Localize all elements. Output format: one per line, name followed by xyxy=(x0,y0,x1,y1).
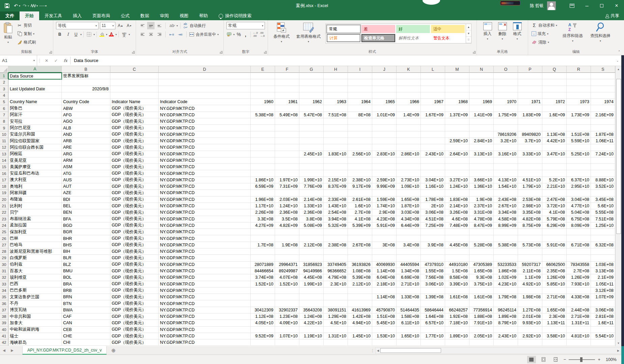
cell[interactable] xyxy=(397,287,421,294)
cell[interactable] xyxy=(397,105,421,112)
formula-bar-splitter[interactable]: ⋮ xyxy=(37,55,42,66)
cell[interactable]: 4.09E+10 xyxy=(275,320,299,326)
cell[interactable]: 4.78E+08 xyxy=(469,216,494,222)
cell[interactable] xyxy=(251,79,275,86)
cell[interactable]: 1.37E+09 xyxy=(445,112,469,118)
cell[interactable] xyxy=(348,287,372,294)
cell[interactable]: 1.92E+08 xyxy=(445,313,469,320)
cell[interactable]: 文莱达鲁萨兰国 xyxy=(8,294,62,300)
cell[interactable] xyxy=(469,327,494,333)
cell[interactable]: 7.18E+10 xyxy=(445,320,469,326)
row-header-42[interactable]: 42 xyxy=(0,339,8,346)
cell[interactable] xyxy=(324,118,348,125)
cell[interactable] xyxy=(591,327,615,333)
cell[interactable] xyxy=(591,255,615,261)
cell[interactable]: NY.GDP.MKTP.CD xyxy=(159,203,251,209)
cell[interactable]: 3.7E+10 xyxy=(518,138,542,144)
cell[interactable]: 7.48E+09 xyxy=(445,222,469,229)
number-dialog-launcher-icon[interactable] xyxy=(264,51,267,54)
scroll-down-icon[interactable]: ▼ xyxy=(616,340,621,346)
cell[interactable] xyxy=(251,164,275,170)
cell[interactable] xyxy=(421,300,445,307)
cell[interactable]: NY.GDP.MKTP.CD xyxy=(159,196,251,203)
row-header-16[interactable]: 16 xyxy=(0,170,8,177)
cell[interactable] xyxy=(324,144,348,151)
cell[interactable]: 1973 xyxy=(567,99,591,105)
cell[interactable] xyxy=(348,229,372,235)
cell[interactable] xyxy=(591,190,615,196)
cell[interactable]: 1.52E+10 xyxy=(275,281,299,287)
cell[interactable] xyxy=(348,248,372,255)
scroll-up-icon[interactable]: ▲ xyxy=(616,66,621,72)
cell[interactable] xyxy=(372,287,397,294)
cell[interactable]: 2.59E+10 xyxy=(372,177,397,183)
cell[interactable]: 5.45E+10 xyxy=(372,320,397,326)
cell[interactable]: BFA xyxy=(62,216,110,222)
cell[interactable] xyxy=(421,144,445,151)
cell[interactable] xyxy=(251,294,275,300)
cell[interactable] xyxy=(251,235,275,242)
cell[interactable]: 中歐和波羅的海 xyxy=(8,327,62,333)
cell[interactable]: 2.37E+10 xyxy=(469,203,494,209)
cell[interactable]: 4.1E+08 xyxy=(542,209,567,216)
cell[interactable]: 1.86E+10 xyxy=(251,177,275,183)
cell[interactable]: 3.26E+08 xyxy=(445,209,469,216)
cell[interactable]: 1.09E+10 xyxy=(397,183,421,190)
cell[interactable]: 4.22E+10 xyxy=(299,320,324,326)
cell[interactable]: NY.GDP.MKTP.CD xyxy=(159,248,251,255)
cell[interactable]: GDP（现价美元） xyxy=(110,313,159,320)
cell[interactable]: 1.89E+10 xyxy=(445,333,469,339)
cell[interactable] xyxy=(299,248,324,255)
cell[interactable]: 1.65E+08 xyxy=(542,307,567,313)
cell[interactable] xyxy=(542,164,567,170)
cell[interactable]: GDP（现价美元） xyxy=(110,157,159,164)
cell[interactable]: 3.13E+10 xyxy=(469,151,494,157)
cell[interactable] xyxy=(275,86,299,92)
cell[interactable]: 安道尔共和国 xyxy=(8,131,62,138)
cell[interactable] xyxy=(275,294,299,300)
column-header-K[interactable]: K xyxy=(397,66,421,73)
cell[interactable] xyxy=(299,229,324,235)
cell[interactable]: GDP（现价美元） xyxy=(110,144,159,151)
zoom-level[interactable]: 100% xyxy=(604,357,617,362)
cell[interactable] xyxy=(159,86,251,92)
cell[interactable]: 2.14E+10 xyxy=(445,203,469,209)
cell[interactable] xyxy=(518,92,542,99)
fill-handle[interactable] xyxy=(61,78,62,80)
cell[interactable]: 孟加拉国 xyxy=(8,222,62,229)
cell[interactable]: 9.17E+09 xyxy=(348,183,372,190)
cell[interactable] xyxy=(518,327,542,333)
cell[interactable] xyxy=(494,118,518,125)
cell[interactable] xyxy=(275,190,299,196)
cell[interactable] xyxy=(518,79,542,86)
cell[interactable] xyxy=(567,144,591,151)
zoom-slider[interactable] xyxy=(569,359,595,360)
cell[interactable]: NY.GDP.MKTP.CD xyxy=(159,138,251,144)
cell[interactable]: 1.5E+08 xyxy=(445,268,469,274)
cell[interactable]: Indicator Code xyxy=(159,99,251,105)
cell[interactable] xyxy=(591,248,615,255)
cell[interactable]: NY.GDP.MKTP.CD xyxy=(159,339,251,346)
cell[interactable] xyxy=(324,255,348,261)
cell[interactable] xyxy=(324,190,348,196)
underline-button[interactable]: U xyxy=(72,31,80,38)
cell[interactable]: CEB xyxy=(62,327,110,333)
cell[interactable]: 6.37E+10 xyxy=(567,177,591,183)
cell[interactable]: 1.26E+09 xyxy=(542,274,567,281)
cell[interactable]: GDP（现价美元） xyxy=(110,242,159,248)
cell[interactable] xyxy=(8,92,62,99)
cell[interactable]: 78619206 xyxy=(494,131,518,138)
cell[interactable] xyxy=(397,229,421,235)
cell[interactable] xyxy=(567,79,591,86)
cell[interactable]: 巴巴多斯 xyxy=(8,287,62,294)
middle-align-icon[interactable] xyxy=(147,22,155,29)
cell[interactable] xyxy=(469,235,494,242)
cell[interactable] xyxy=(372,138,397,144)
cell[interactable]: 1.77E+10 xyxy=(421,333,445,339)
cell[interactable]: NY.GDP.MKTP.CD xyxy=(159,118,251,125)
row-header-15[interactable]: 15 xyxy=(0,164,8,170)
cell[interactable] xyxy=(348,339,372,346)
cell[interactable] xyxy=(372,73,397,79)
avatar[interactable] xyxy=(547,1,556,10)
cell[interactable] xyxy=(397,138,421,144)
